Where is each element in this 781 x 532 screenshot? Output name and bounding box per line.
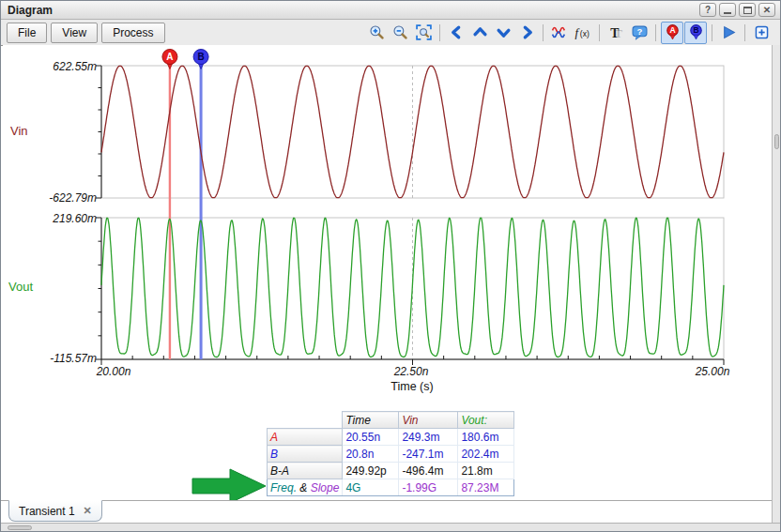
tab-transient-1[interactable]: Transient 1 ✕ bbox=[8, 500, 102, 522]
vout-signal-label: Vout bbox=[8, 280, 33, 294]
vertical-scrollbar-thumb[interactable] bbox=[774, 134, 779, 149]
annotation-arrow bbox=[170, 467, 269, 505]
chevron-down-icon bbox=[496, 24, 512, 40]
table-row-a: A20.55n249.3m180.6m bbox=[268, 429, 514, 446]
menu-view[interactable]: View bbox=[51, 23, 98, 43]
zoom-in-icon bbox=[369, 24, 385, 40]
vin-signal-label: Vin bbox=[10, 124, 28, 138]
measurement-value: 20.55n bbox=[343, 429, 399, 446]
chevron-right-icon bbox=[519, 24, 535, 40]
waveform-overlay-button[interactable] bbox=[548, 22, 571, 44]
row-header[interactable]: Freq. & Slope bbox=[268, 479, 343, 496]
cursor-b-toggle[interactable]: B bbox=[684, 22, 707, 44]
toolbar-separator bbox=[744, 24, 745, 41]
svg-text:A: A bbox=[669, 25, 675, 35]
toolbar: File View Process bbox=[1, 20, 780, 46]
vout-y-max-label: 219.60m bbox=[52, 212, 97, 225]
x-tick-label-22.5n: 22.50n bbox=[393, 365, 429, 378]
column-header-time[interactable]: Time bbox=[343, 412, 399, 429]
row-header[interactable]: B bbox=[268, 446, 343, 463]
comment-question-icon: ? bbox=[632, 24, 648, 40]
vin-y-min-label: -622.79m bbox=[49, 191, 97, 205]
column-header-vout[interactable]: Vout: bbox=[458, 412, 514, 429]
svg-text:T: T bbox=[610, 26, 619, 40]
close-button[interactable]: ✕ bbox=[758, 3, 775, 17]
minimize-icon bbox=[724, 12, 731, 14]
zoom-out-button[interactable] bbox=[389, 22, 411, 44]
zoom-fit-button[interactable] bbox=[412, 22, 435, 44]
toolbar-separator bbox=[712, 24, 712, 41]
waveform-plot: AB 622.55m -622.79m 219.60m -115.57m Vin… bbox=[3, 45, 773, 407]
window-controls: ? ✕ bbox=[699, 3, 775, 17]
function-editor-button[interactable]: f (x) bbox=[572, 22, 594, 44]
cursor-letter: B bbox=[197, 52, 204, 62]
text-annotation-button[interactable]: T T bbox=[605, 22, 627, 44]
green-arrow-icon bbox=[192, 469, 266, 503]
measurement-value: 4G bbox=[343, 479, 399, 496]
measurement-value: 249.3m bbox=[399, 429, 458, 446]
help-icon: ? bbox=[705, 5, 711, 15]
tab-close-icon[interactable]: ✕ bbox=[84, 505, 92, 517]
pan-right-button[interactable] bbox=[515, 22, 538, 44]
svg-text:B: B bbox=[693, 25, 698, 35]
pan-up-button[interactable] bbox=[468, 22, 491, 44]
column-header-vin[interactable]: Vin bbox=[399, 412, 458, 429]
minimize-button[interactable] bbox=[719, 3, 736, 17]
measurement-value: 249.92p bbox=[343, 463, 399, 479]
play-icon bbox=[721, 24, 737, 40]
maximize-button[interactable] bbox=[739, 3, 756, 17]
x-axis-title: Time (s) bbox=[390, 380, 433, 393]
help-button[interactable]: ? bbox=[699, 3, 716, 17]
cursor-a-toggle[interactable]: A bbox=[661, 22, 683, 44]
pan-left-button[interactable] bbox=[445, 22, 467, 44]
vout-y-min-label: -115.57m bbox=[50, 352, 97, 365]
row-header[interactable]: B-A bbox=[268, 463, 343, 479]
horizontal-scrollbar[interactable] bbox=[1, 523, 780, 532]
x-tick-label-20n: 20.00n bbox=[96, 365, 131, 378]
measurement-value: -1.99G bbox=[399, 479, 458, 496]
cursor-letter: A bbox=[166, 52, 173, 62]
measurement-value: -247.1m bbox=[399, 446, 458, 463]
measurement-value: -496.4m bbox=[399, 463, 458, 479]
pan-down-button[interactable] bbox=[492, 22, 514, 44]
chevron-left-icon bbox=[449, 24, 465, 40]
x-tick-label-25n: 25.00n bbox=[695, 365, 730, 378]
toolbar-separator bbox=[599, 24, 600, 41]
toolbar-separator bbox=[655, 24, 656, 41]
zoom-out-icon bbox=[392, 24, 408, 40]
measurement-value: 21.8m bbox=[458, 463, 514, 479]
horizontal-scrollbar-thumb[interactable] bbox=[8, 525, 32, 530]
new-window-button[interactable] bbox=[750, 22, 773, 44]
text-icon: T T bbox=[608, 24, 624, 40]
measurement-value: 202.4m bbox=[458, 446, 514, 463]
close-icon: ✕ bbox=[763, 5, 771, 15]
measurement-value: 20.8n bbox=[343, 446, 399, 463]
svg-text:(x): (x) bbox=[580, 29, 590, 38]
waveforms-icon bbox=[551, 24, 568, 40]
measurement-value: 180.6m bbox=[458, 429, 514, 446]
menu-process[interactable]: Process bbox=[101, 23, 164, 43]
window-title: Diagram bbox=[8, 4, 53, 17]
row-header-label: A bbox=[270, 431, 278, 444]
comment-help-button[interactable]: ? bbox=[628, 22, 651, 44]
tab-label: Transient 1 bbox=[19, 505, 75, 518]
diagram-window: Diagram ? ✕ File View Process bbox=[0, 0, 781, 532]
table-row-freqslope: Freq. & Slope4G-1.99G87.23M bbox=[268, 479, 514, 496]
row-header[interactable]: A bbox=[268, 429, 343, 446]
table-corner-cell bbox=[268, 412, 343, 429]
menu-file[interactable]: File bbox=[7, 23, 47, 43]
measurement-table: TimeVinVout:A20.55n249.3m180.6mB20.8n-24… bbox=[267, 411, 514, 496]
run-button[interactable] bbox=[717, 22, 740, 44]
measurement-value: 87.23M bbox=[458, 479, 514, 496]
vertical-scrollbar[interactable] bbox=[772, 45, 781, 523]
titlebar: Diagram ? ✕ bbox=[1, 1, 780, 20]
vin-y-max-label: 622.55m bbox=[53, 60, 97, 73]
toolbar-separator bbox=[439, 24, 440, 41]
table-row-b-a: B-A249.92p-496.4m21.8m bbox=[268, 463, 514, 479]
new-window-icon bbox=[754, 24, 770, 40]
cursor-b-icon: B bbox=[688, 24, 704, 40]
row-header-label: & bbox=[297, 481, 311, 494]
maximize-icon bbox=[743, 7, 752, 14]
row-header-label: Slope bbox=[311, 481, 340, 494]
zoom-in-button[interactable] bbox=[365, 22, 388, 44]
